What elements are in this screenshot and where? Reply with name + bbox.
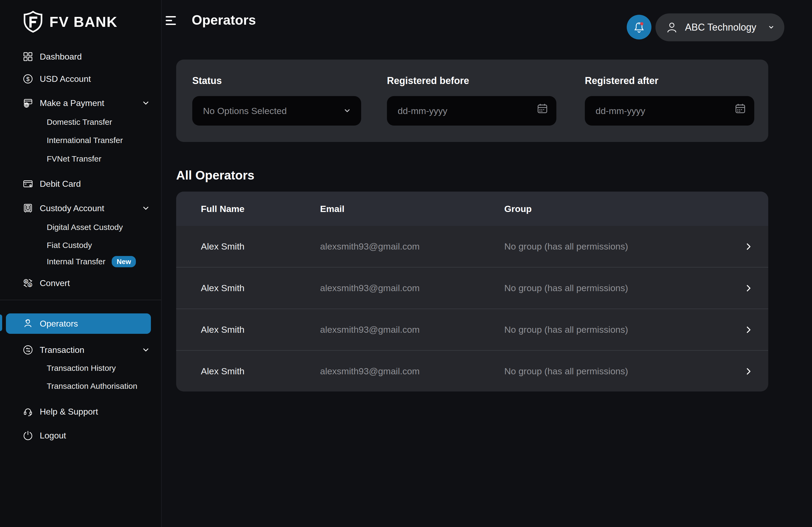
new-badge: New [112, 256, 135, 267]
cell-full-name: Alex Smith [201, 241, 320, 252]
notifications-button[interactable] [627, 15, 651, 40]
registered-before-filter: Registered before [387, 60, 556, 125]
brand-name: FV BANK [49, 13, 118, 30]
sidebar-divider [0, 300, 161, 300]
svg-text:B: B [25, 280, 27, 283]
operators-table: Full Name Email Group Alex Smith alexsmi… [176, 192, 768, 391]
sidebar-item-debit-card[interactable]: Debit Card [0, 175, 161, 192]
table-row[interactable]: Alex Smith alexsmith93@gmail.com No grou… [176, 308, 768, 350]
status-dropdown[interactable]: No Options Selected [192, 96, 361, 125]
sidebar-item-transaction-history[interactable]: Transaction History [0, 361, 161, 376]
sidebar-item-help-support[interactable]: Help & Support [0, 403, 161, 420]
sidebar-item-label: FVNet Transfer [47, 154, 101, 163]
active-item-indicator [0, 315, 2, 331]
sidebar-item-label: Transaction Authorisation [47, 381, 137, 391]
sidebar-item-operators[interactable]: Operators [6, 313, 151, 334]
sidebar-item-label: Convert [40, 278, 70, 288]
cell-group: No group (has all permissions) [504, 283, 737, 293]
sidebar-item-usd-account[interactable]: $ USD Account [0, 70, 161, 88]
status-dropdown-value: No Options Selected [203, 106, 287, 116]
sidebar-item-fvnet-transfer[interactable]: FVNet Transfer [0, 151, 161, 166]
cell-email: alexsmith93@gmail.com [320, 366, 504, 376]
sidebar-item-custody-account[interactable]: Custody Account [0, 200, 161, 217]
table-row[interactable]: Alex Smith alexsmith93@gmail.com No grou… [176, 226, 768, 267]
account-menu[interactable]: ABC Technology [655, 13, 784, 41]
sidebar-item-label: Make a Payment [40, 98, 104, 108]
sidebar-item-label: Fiat Custody [47, 241, 92, 250]
sidebar-item-domestic-transfer[interactable]: Domestic Transfer [0, 115, 161, 130]
chevron-right-icon[interactable] [744, 242, 753, 251]
sidebar-item-label: Dashboard [40, 52, 82, 62]
cell-email: alexsmith93@gmail.com [320, 283, 504, 293]
registered-before-input[interactable] [387, 96, 556, 125]
cell-group: No group (has all permissions) [504, 366, 737, 376]
sidebar-item-label: Transaction History [47, 364, 116, 373]
sidebar-item-label: USD Account [40, 74, 91, 84]
svg-text:$: $ [26, 76, 30, 82]
sidebar-item-label: Help & Support [40, 407, 98, 417]
sidebar-item-fiat-custody[interactable]: Fiat Custody [0, 238, 161, 253]
registered-before-label: Registered before [387, 75, 556, 86]
sidebar-item-transaction-authorisation[interactable]: Transaction Authorisation [0, 379, 161, 394]
table-row[interactable]: Alex Smith alexsmith93@gmail.com No grou… [176, 350, 768, 391]
brand-logo: FV BANK [0, 0, 161, 33]
status-filter: Status No Options Selected [192, 60, 361, 125]
cell-full-name: Alex Smith [201, 366, 320, 376]
registered-after-label: Registered after [585, 75, 754, 86]
cell-email: alexsmith93@gmail.com [320, 325, 504, 335]
sidebar-item-internal-transfer[interactable]: Internal Transfer New [0, 254, 161, 269]
cell-group: No group (has all permissions) [504, 241, 737, 252]
bell-icon [633, 21, 646, 33]
dashboard-grid-icon [23, 51, 33, 62]
custody-vault-icon [23, 203, 33, 214]
chevron-down-icon [141, 99, 150, 108]
sidebar-item-dashboard[interactable]: Dashboard [0, 48, 161, 65]
table-header-row: Full Name Email Group [176, 192, 768, 226]
table-row[interactable]: Alex Smith alexsmith93@gmail.com No grou… [176, 267, 768, 308]
power-icon [23, 430, 33, 441]
menu-toggle-icon[interactable] [166, 16, 176, 26]
registered-after-filter: Registered after [585, 60, 754, 125]
column-header-email: Email [320, 204, 504, 214]
chevron-right-icon[interactable] [744, 367, 753, 376]
dollar-circle-icon: $ [23, 74, 33, 84]
section-title: All Operators [176, 168, 254, 182]
cell-group: No group (has all permissions) [504, 325, 737, 335]
operators-person-icon [23, 318, 33, 329]
cell-full-name: Alex Smith [201, 325, 320, 335]
debit-card-icon [23, 178, 33, 189]
chevron-down-icon [342, 106, 352, 116]
chevron-right-icon[interactable] [744, 325, 753, 334]
sidebar-item-label: Transaction [40, 345, 84, 355]
chevron-right-icon[interactable] [744, 284, 753, 293]
svg-text:$: $ [29, 283, 31, 287]
chevron-down-icon [141, 204, 150, 213]
sidebar-item-convert[interactable]: B $ Convert [0, 274, 161, 292]
cell-email: alexsmith93@gmail.com [320, 241, 504, 252]
table-body: Alex Smith alexsmith93@gmail.com No grou… [176, 226, 768, 391]
sidebar-nav: Dashboard $ USD Account Make a Payment [0, 33, 161, 444]
main-content: Operators ABC Technology Status No Opti [162, 0, 812, 527]
registered-after-input[interactable] [585, 96, 754, 125]
sidebar-item-make-a-payment[interactable]: Make a Payment [0, 94, 161, 111]
convert-icon: B $ [23, 278, 33, 288]
payment-card-globe-icon [23, 98, 33, 108]
sidebar-item-transaction[interactable]: Transaction [0, 341, 161, 359]
chevron-down-icon [767, 23, 775, 31]
sidebar-item-international-transfer[interactable]: International Transfer [0, 133, 161, 148]
transaction-arrows-icon [23, 345, 33, 355]
sidebar-item-label: Operators [40, 319, 78, 329]
account-name: ABC Technology [685, 22, 756, 33]
sidebar-item-logout[interactable]: Logout [0, 427, 161, 444]
sidebar-item-digital-asset-custody[interactable]: Digital Asset Custody [0, 220, 161, 235]
chevron-down-icon [141, 345, 150, 355]
column-header-full-name: Full Name [201, 204, 320, 214]
user-icon [666, 21, 678, 33]
headset-icon [23, 406, 33, 417]
filters-panel: Status No Options Selected Registered be… [176, 60, 768, 142]
cell-full-name: Alex Smith [201, 283, 320, 293]
sidebar-item-label: Debit Card [40, 179, 81, 189]
sidebar-item-label: Logout [40, 431, 66, 441]
sidebar-item-label: Internal Transfer [47, 257, 105, 266]
page-title: Operators [192, 12, 256, 28]
